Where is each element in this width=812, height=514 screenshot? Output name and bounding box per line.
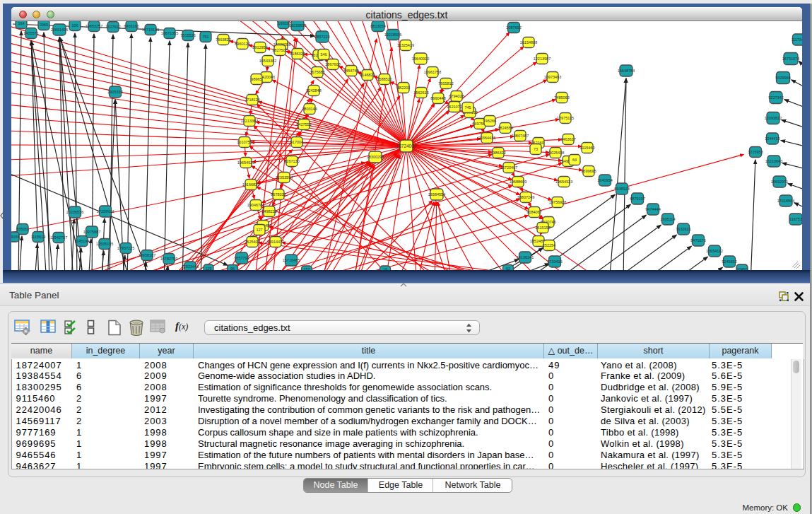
svg-text:17359924: 17359924 — [97, 209, 114, 214]
svg-text:9699695: 9699695 — [581, 169, 596, 173]
svg-text:12093822: 12093822 — [765, 116, 782, 120]
svg-text:1244415: 1244415 — [765, 136, 779, 141]
svg-text:1621072: 1621072 — [447, 105, 461, 109]
svg-text:10671355: 10671355 — [161, 31, 178, 35]
svg-text:14136141: 14136141 — [517, 255, 534, 259]
svg-text:6466160: 6466160 — [124, 24, 139, 28]
svg-text:1115619: 1115619 — [31, 235, 46, 239]
svg-text:8678332: 8678332 — [271, 192, 286, 197]
svg-text:6879197: 6879197 — [630, 197, 645, 201]
svg-text:2935114: 2935114 — [660, 217, 675, 221]
svg-text:1588520: 1588520 — [377, 77, 392, 81]
svg-text:16603: 16603 — [278, 21, 288, 25]
svg-text:106: 106 — [71, 23, 78, 28]
svg-text:9242848: 9242848 — [306, 88, 321, 93]
svg-text:3498222: 3498222 — [261, 209, 276, 214]
svg-text:917004: 917004 — [290, 140, 303, 144]
svg-text:92450: 92450 — [736, 267, 747, 270]
svg-text:1145194: 1145194 — [74, 239, 89, 243]
svg-text:39159: 39159 — [11, 235, 20, 239]
svg-text:19218506: 19218506 — [384, 33, 401, 37]
svg-text:19046786: 19046786 — [247, 203, 264, 207]
svg-text:12505135: 12505135 — [96, 242, 113, 246]
svg-text:20364436: 20364436 — [478, 136, 495, 140]
svg-text:18807249: 18807249 — [517, 195, 534, 199]
svg-text:8186328: 8186328 — [290, 52, 305, 56]
svg-text:10853257: 10853257 — [86, 24, 102, 28]
svg-text:10654112: 10654112 — [706, 249, 723, 253]
svg-text:20206536: 20206536 — [66, 210, 83, 214]
svg-text:10719135: 10719135 — [142, 28, 159, 32]
svg-text:12942757: 12942757 — [50, 235, 67, 240]
svg-text:3215953: 3215953 — [748, 150, 763, 154]
svg-text:8813054: 8813054 — [370, 24, 385, 28]
svg-text:1733426: 1733426 — [547, 259, 562, 264]
svg-text:64: 64 — [572, 158, 577, 162]
svg-text:73: 73 — [534, 147, 538, 151]
svg-text:16210643: 16210643 — [765, 159, 782, 163]
svg-text:2803144: 2803144 — [302, 107, 317, 111]
svg-text:157: 157 — [303, 267, 310, 270]
svg-text:15716485: 15716485 — [283, 258, 300, 262]
svg-text:19654923: 19654923 — [555, 180, 572, 184]
svg-text:9657791: 9657791 — [234, 256, 249, 260]
svg-text:16782759: 16782759 — [160, 257, 177, 261]
svg-text:16033809: 16033809 — [289, 23, 306, 28]
svg-text:2069: 2069 — [40, 23, 48, 27]
svg-text:751: 751 — [202, 35, 208, 39]
svg-text:9245652: 9245652 — [722, 259, 736, 264]
svg-text:17016504: 17016504 — [777, 199, 794, 203]
svg-text:10961758: 10961758 — [424, 70, 441, 74]
svg-text:10688609: 10688609 — [510, 180, 526, 184]
svg-text:17957225: 17957225 — [117, 246, 134, 250]
svg-text:7386322: 7386322 — [490, 151, 505, 155]
svg-text:12213383: 12213383 — [241, 119, 258, 123]
svg-text:7955812: 7955812 — [438, 81, 453, 86]
svg-text:745: 745 — [464, 105, 471, 110]
svg-text:1527602: 1527602 — [105, 25, 120, 29]
svg-text:9146821: 9146821 — [360, 73, 375, 77]
svg-text:16914479: 16914479 — [267, 240, 284, 244]
svg-text:9463627: 9463627 — [560, 137, 575, 141]
svg-text:2867608: 2867608 — [325, 62, 340, 66]
svg-text:2718126: 2718126 — [245, 98, 259, 102]
svg-text:1640954: 1640954 — [597, 178, 612, 182]
svg-text:8267130: 8267130 — [284, 159, 299, 163]
svg-text:746266: 746266 — [483, 119, 496, 123]
svg-text:19166829: 19166829 — [242, 182, 259, 187]
svg-text:5938923: 5938923 — [614, 187, 629, 191]
svg-text:835051: 835051 — [16, 227, 29, 231]
svg-text:15751074: 15751074 — [782, 57, 799, 61]
svg-text:116753: 116753 — [789, 217, 802, 221]
svg-text:1010755: 1010755 — [237, 140, 252, 144]
svg-text:9474444: 9474444 — [645, 207, 660, 211]
svg-text:9084067: 9084067 — [526, 210, 541, 214]
svg-text:10973493: 10973493 — [544, 75, 561, 79]
svg-text:6794028: 6794028 — [449, 94, 464, 98]
svg-text:62: 62 — [506, 267, 510, 270]
svg-text:9227342: 9227342 — [768, 95, 783, 100]
svg-text:1117341: 1117341 — [792, 37, 802, 42]
svg-text:2087652: 2087652 — [506, 25, 521, 30]
svg-text:2905334: 2905334 — [107, 90, 122, 94]
svg-text:12353594: 12353594 — [276, 175, 293, 180]
svg-text:16: 16 — [383, 267, 387, 270]
svg-text:252254: 252254 — [543, 243, 555, 247]
svg-text:12975115: 12975115 — [557, 116, 574, 120]
svg-text:16648784: 16648784 — [618, 69, 635, 73]
svg-text:8912954: 8912954 — [252, 45, 267, 49]
svg-text:16154808: 16154808 — [520, 40, 537, 45]
svg-text:15640910: 15640910 — [412, 57, 429, 61]
svg-text:129: 129 — [205, 267, 211, 270]
svg-text:3675685: 3675685 — [310, 70, 324, 74]
svg-text:382203: 382203 — [397, 86, 410, 90]
svg-text:1405571: 1405571 — [23, 31, 38, 35]
svg-text:8427552: 8427552 — [296, 122, 311, 127]
svg-text:9329966: 9329966 — [775, 76, 790, 80]
svg-text:10025438: 10025438 — [547, 151, 564, 155]
svg-text:9115460: 9115460 — [579, 146, 594, 150]
svg-text:15692971: 15692971 — [771, 180, 788, 184]
svg-text:18724007: 18724007 — [396, 144, 417, 148]
svg-text:10807487: 10807487 — [512, 134, 529, 138]
svg-text:8960124: 8960124 — [235, 42, 249, 46]
